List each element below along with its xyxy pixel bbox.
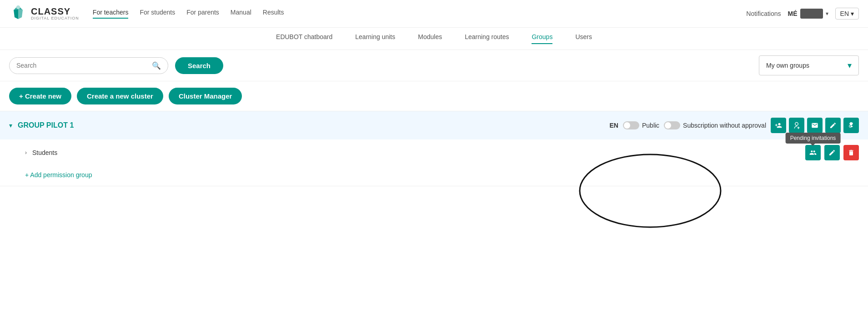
subscription-toggle-wrapper: Subscription without approval bbox=[664, 121, 766, 129]
group-lang: EN bbox=[610, 122, 618, 129]
svg-marker-2 bbox=[14, 9, 18, 19]
logo-subtitle: DIGITAL EDUCATION bbox=[31, 16, 79, 21]
nav-users[interactable]: Users bbox=[575, 33, 592, 44]
search-icon: 🔍 bbox=[152, 61, 161, 70]
language-chevron-icon: ▾ bbox=[851, 10, 854, 17]
user-avatar bbox=[800, 9, 823, 19]
subscription-toggle[interactable] bbox=[664, 121, 680, 129]
user-initials: MÉ bbox=[788, 10, 798, 17]
add-permission-section: + Add permission group bbox=[0, 166, 868, 186]
nav-learning-units[interactable]: Learning units bbox=[355, 33, 395, 44]
public-toggle-wrapper: Public bbox=[623, 121, 659, 129]
nav-for-students[interactable]: For students bbox=[140, 9, 175, 19]
logo: CLASSY DIGITAL EDUCATION bbox=[9, 5, 79, 23]
user-area[interactable]: MÉ ▾ bbox=[788, 9, 828, 19]
group-expand-icon[interactable]: ▾ bbox=[9, 122, 12, 129]
logo-icon bbox=[9, 5, 27, 23]
svg-marker-1 bbox=[18, 9, 23, 19]
group-row: ▾ GROUP PILOT 1 EN Public Subscription w… bbox=[0, 111, 868, 139]
nav-for-teachers[interactable]: For teachers bbox=[93, 9, 129, 19]
create-new-button[interactable]: + Create new bbox=[9, 88, 71, 104]
create-cluster-button[interactable]: Create a new cluster bbox=[77, 88, 163, 104]
notifications-link[interactable]: Notifications bbox=[746, 10, 781, 17]
my-own-groups-label: My own groups bbox=[766, 62, 809, 69]
group-icons-area: ⚙ bbox=[771, 118, 859, 133]
sub-edit-button[interactable] bbox=[824, 145, 840, 160]
user-chevron-icon: ▾ bbox=[826, 10, 828, 17]
sub-group-row: › Students Pending invitations bbox=[0, 139, 868, 166]
cluster-manager-button[interactable]: Cluster Manager bbox=[169, 88, 242, 104]
subscription-label: Subscription without approval bbox=[683, 122, 766, 129]
search-input-wrapper: 🔍 bbox=[9, 57, 168, 74]
top-nav-links: For teachers For students For parents Ma… bbox=[93, 9, 284, 19]
email-icon-button[interactable] bbox=[807, 118, 823, 133]
settings-icon-button[interactable]: ⚙ bbox=[843, 118, 859, 133]
public-label: Public bbox=[642, 122, 659, 129]
edit-icon-button[interactable] bbox=[825, 118, 841, 133]
sub-group-expand-icon[interactable]: › bbox=[25, 149, 27, 156]
search-button[interactable]: Search bbox=[175, 57, 223, 74]
public-toggle[interactable] bbox=[623, 121, 639, 129]
group-controls: EN Public Subscription without approval bbox=[610, 118, 859, 133]
my-own-groups-dropdown[interactable]: My own groups ▾ bbox=[759, 55, 859, 75]
logo-classy: CLASSY bbox=[31, 6, 79, 16]
dropdown-chevron-icon: ▾ bbox=[848, 60, 852, 70]
nav-modules[interactable]: Modules bbox=[418, 33, 442, 44]
sub-group-label: Students bbox=[32, 149, 57, 156]
group-title[interactable]: GROUP PILOT 1 bbox=[18, 121, 74, 129]
pending-invitations-wrapper: Pending invitations bbox=[805, 145, 821, 160]
svg-point-3 bbox=[16, 5, 20, 9]
nav-edubot[interactable]: EDUBOT chatboard bbox=[276, 33, 332, 44]
nav-groups[interactable]: Groups bbox=[532, 33, 552, 44]
top-nav: CLASSY DIGITAL EDUCATION For teachers Fo… bbox=[0, 0, 868, 28]
sub-group-icons: Pending invitations bbox=[805, 145, 859, 160]
logo-text: CLASSY DIGITAL EDUCATION bbox=[31, 6, 79, 21]
group-section: ▾ GROUP PILOT 1 EN Public Subscription w… bbox=[0, 111, 868, 186]
search-input[interactable] bbox=[16, 62, 148, 69]
add-members-icon-button[interactable] bbox=[771, 118, 786, 133]
language-selector[interactable]: EN ▾ bbox=[835, 8, 859, 20]
action-buttons: + Create new Create a new cluster Cluste… bbox=[0, 81, 868, 111]
svg-text:⚙: ⚙ bbox=[848, 124, 852, 129]
nav-results[interactable]: Results bbox=[263, 9, 284, 19]
pending-invitations-button[interactable] bbox=[805, 145, 821, 160]
second-nav: EDUBOT chatboard Learning units Modules … bbox=[0, 28, 868, 50]
nav-learning-routes[interactable]: Learning routes bbox=[465, 33, 509, 44]
sub-delete-button[interactable] bbox=[843, 145, 859, 160]
add-permission-link[interactable]: + Add permission group bbox=[25, 171, 92, 179]
nav-for-parents[interactable]: For parents bbox=[186, 9, 219, 19]
top-right: Notifications MÉ ▾ EN ▾ bbox=[746, 8, 859, 20]
search-bar: 🔍 Search My own groups ▾ bbox=[0, 50, 868, 81]
language-label: EN bbox=[840, 10, 849, 17]
nav-manual[interactable]: Manual bbox=[231, 9, 251, 19]
remove-members-icon-button[interactable] bbox=[789, 118, 804, 133]
